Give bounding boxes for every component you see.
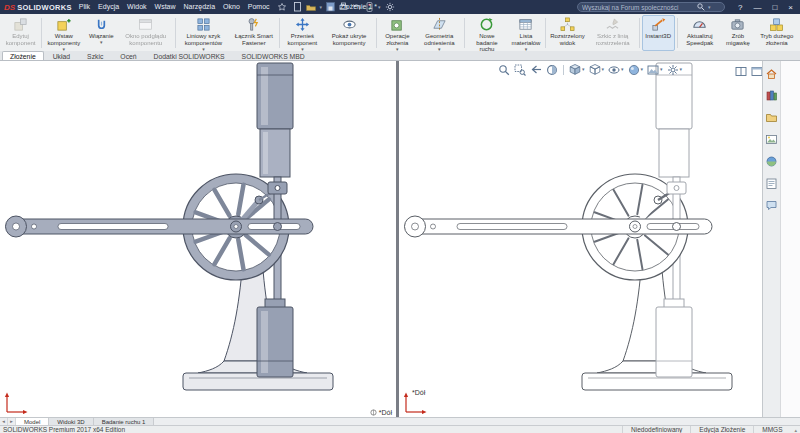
tab-zlozenie[interactable]: Złożenie <box>2 51 44 60</box>
chevron-down-icon[interactable]: ▾ <box>708 5 711 10</box>
menu-plik[interactable]: Plik <box>79 3 90 12</box>
ds-logo-mark: DS <box>4 3 15 12</box>
instant3d-icon <box>651 17 666 32</box>
scroll-tabs-left-icon[interactable]: ◄ <box>0 418 8 425</box>
chevron-down-icon[interactable]: ▾ <box>378 5 381 10</box>
ribbon-button-label: Rozstrzelony widok <box>550 33 585 46</box>
ribbon-separator <box>545 18 546 48</box>
new-document-icon[interactable] <box>293 2 302 13</box>
chevron-down-icon[interactable]: ▾ <box>582 67 585 72</box>
ribbon-button-geometria-odniesienia[interactable]: Geometria odniesienia ▾ <box>417 15 462 51</box>
view-settings-icon[interactable]: ▾ <box>666 64 684 76</box>
tab-widoki-3d[interactable]: Widoki 3D <box>49 418 93 425</box>
minimize-button[interactable]: — <box>753 3 761 12</box>
chevron-down-icon[interactable]: ▾ <box>100 40 103 45</box>
orientation-triad <box>4 392 28 414</box>
command-manager-tabs: Złożenie Układ Szkic Oceń Dodatki SOLIDW… <box>0 51 800 61</box>
ribbon-button-label: Lista materiałów <box>511 33 540 46</box>
ribbon-button-przenies-komponent[interactable]: Przenieś komponent ▾ <box>282 15 323 51</box>
menu-pomoc[interactable]: Pomoc <box>248 3 270 12</box>
ribbon-button-zrob-migawke[interactable]: Zrób migawkę <box>721 15 754 51</box>
ribbon-button-edytuj-komponent: Edytuj komponent <box>2 15 39 51</box>
tab-solidworks-mbd[interactable]: SOLIDWORKS MBD <box>234 51 313 60</box>
solidworks-resources-icon[interactable] <box>765 66 778 84</box>
view-palette-icon[interactable] <box>765 132 778 150</box>
section-view-icon[interactable] <box>545 64 559 76</box>
explode-line-sketch-icon <box>605 17 620 32</box>
ribbon-button-operacje-zlozenia[interactable]: Operacje złożenia ▾ <box>379 15 416 51</box>
units-selector[interactable]: MMGS <box>753 426 790 433</box>
ribbon-button-liniowy-szyk[interactable]: Liniowy szyk komponentów ▾ <box>177 15 229 51</box>
tab-badanie-ruchu-1[interactable]: Badanie ruchu 1 <box>94 418 155 425</box>
hide-show-items-icon[interactable]: ▾ <box>607 64 625 76</box>
assembly-shaded-view[interactable] <box>0 61 396 416</box>
ribbon-button-smart-fastener[interactable]: Łącznik Smart Fastener <box>231 15 278 51</box>
menu-edycja[interactable]: Edycja <box>98 3 119 12</box>
ribbon-button-wiazanie[interactable]: Wiązanie ▾ <box>85 15 118 51</box>
solidworks-forum-icon[interactable] <box>765 198 778 216</box>
chevron-down-icon[interactable]: ▾ <box>621 67 624 72</box>
apply-scene-icon[interactable]: ▾ <box>646 64 664 76</box>
design-library-icon[interactable] <box>765 88 778 106</box>
zoom-to-fit-icon[interactable] <box>497 64 511 76</box>
ribbon-button-pokaz-ukryte[interactable]: Pokaż ukryte komponenty <box>324 15 374 51</box>
viewport-pane-left[interactable]: *Dół <box>0 61 396 417</box>
ribbon-button-label: Nowe badanie ruchu <box>470 33 504 53</box>
community-search[interactable]: ▾ <box>577 2 725 12</box>
edit-appearance-icon[interactable]: ▾ <box>627 64 645 76</box>
chevron-down-icon[interactable]: ▾ <box>602 67 605 72</box>
tab-dodatki-solidworks[interactable]: Dodatki SOLIDWORKS <box>146 51 233 60</box>
tab-model[interactable]: Model <box>16 418 49 425</box>
chevron-down-icon[interactable]: ▾ <box>320 5 323 10</box>
viewport-pane-right[interactable]: *Dół <box>399 61 762 417</box>
chevron-down-icon[interactable]: ▾ <box>660 67 663 72</box>
chevron-up-icon[interactable]: ▴ <box>790 427 797 433</box>
ribbon-button-nowe-badanie-ruchu[interactable]: Nowe badanie ruchu <box>466 15 508 51</box>
tab-uklad[interactable]: Układ <box>45 51 78 60</box>
pin-menu-icon[interactable] <box>278 3 286 12</box>
ribbon-button-wstaw-komponenty[interactable]: Wstaw komponenty ▾ <box>44 15 84 51</box>
edit-component-icon <box>13 17 28 32</box>
assembly-wireframe-view[interactable] <box>399 61 762 416</box>
help-button[interactable]: ? <box>738 3 742 12</box>
search-icon[interactable] <box>697 3 705 12</box>
linear-pattern-icon <box>196 17 211 32</box>
model-tab-bar: ◄ ► Model Widoki 3D Badanie ruchu 1 <box>0 417 800 425</box>
ribbon-button-rozstrzelony-widok[interactable]: Rozstrzelony widok <box>548 15 587 51</box>
options-gear-icon[interactable] <box>385 2 395 13</box>
custom-properties-icon[interactable] <box>765 176 778 194</box>
scroll-tabs-right-icon[interactable]: ► <box>8 418 16 425</box>
split-pane-icon[interactable] <box>735 63 747 81</box>
display-style-icon[interactable]: ▾ <box>588 63 606 76</box>
previous-view-icon[interactable] <box>529 64 543 76</box>
open-icon[interactable] <box>306 2 316 13</box>
appearances-icon[interactable] <box>765 154 778 172</box>
maximize-button[interactable]: □ <box>772 3 777 12</box>
ribbon-button-tryb-duzego-zlozenia[interactable]: Tryb dużego złożenia <box>755 15 798 51</box>
tab-ocen[interactable]: Oceń <box>112 51 144 60</box>
menu-narzedzia[interactable]: Narzędzia <box>184 3 216 12</box>
close-button[interactable]: × <box>788 3 793 12</box>
chevron-down-icon[interactable]: ▾ <box>680 67 683 72</box>
chevron-down-icon[interactable]: ▾ <box>438 47 441 52</box>
chevron-down-icon[interactable]: ▾ <box>396 47 399 52</box>
mate-icon <box>94 17 109 32</box>
solidworks-logo: DS SOLIDWORKS <box>4 3 72 12</box>
ribbon-button-aktualizuj-speedpak[interactable]: Aktualizuj Speedpak <box>679 15 720 51</box>
graphics-area: *Dół *Dół ▾ ▾ ▾ ▾ ▾ ▾ <box>0 61 800 417</box>
community-search-input[interactable] <box>582 4 694 11</box>
menu-widok[interactable]: Widok <box>127 3 146 12</box>
assembly-features-icon <box>390 17 405 32</box>
chevron-down-icon[interactable]: ▾ <box>525 47 528 52</box>
view-orientation-icon[interactable]: ▾ <box>568 63 586 76</box>
file-explorer-icon[interactable] <box>765 110 778 128</box>
ribbon-button-lista-materialow[interactable]: Lista materiałów ▾ <box>509 15 543 51</box>
zoom-to-area-icon[interactable] <box>513 64 527 76</box>
chevron-down-icon[interactable]: ▾ <box>641 67 644 72</box>
tab-szkic[interactable]: Szkic <box>79 51 111 60</box>
ribbon-button-instant3d[interactable]: Instant3D <box>642 15 675 51</box>
exploded-view-icon <box>560 17 575 32</box>
menu-wstaw[interactable]: Wstaw <box>155 3 176 12</box>
save-icon[interactable] <box>326 2 335 13</box>
menu-okno[interactable]: Okno <box>223 3 240 12</box>
